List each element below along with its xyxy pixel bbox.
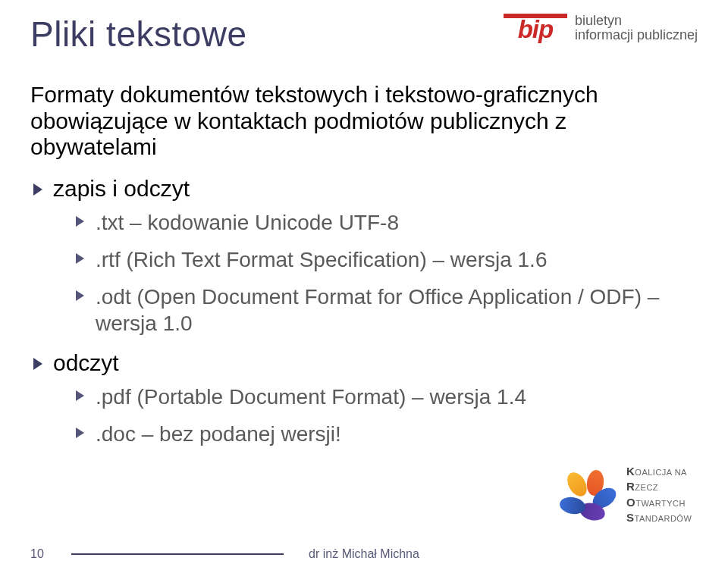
list-item-label: odczyt (53, 350, 119, 375)
dropcap: O (626, 496, 635, 509)
dropcap: S (626, 511, 635, 524)
list-item: zapis i odczyt .txt – kodowanie Unicode … (30, 176, 698, 337)
bullet-list: zapis i odczyt .txt – kodowanie Unicode … (30, 176, 698, 447)
list-item: .txt – kodowanie Unicode UTF-8 (53, 209, 698, 236)
sub-list: .pdf (Portable Document Format) – wersja… (53, 384, 698, 447)
slide: Pliki tekstowe bip biuletyn informacji p… (0, 0, 728, 567)
page-title: Pliki tekstowe (30, 14, 247, 55)
dropcap: K (626, 465, 635, 478)
koalicja-logo: KOALICJA NA RZECZ OTWARTYCH STANDARDÓW (561, 459, 705, 531)
list-item-label: zapis i odczyt (53, 176, 190, 201)
koalicja-graphic (561, 468, 622, 522)
slide-footer: 10 dr inż Michał Michna (0, 547, 728, 561)
lead-text: Formaty dokumentów tekstowych i tekstowo… (30, 82, 698, 161)
slide-body: Formaty dokumentów tekstowych i tekstowo… (30, 82, 698, 447)
bip-subtitle: biuletyn informacji publicznej (575, 14, 698, 42)
bip-mark: bip (504, 14, 567, 42)
list-item: .odt (Open Document Format for Office Ap… (53, 284, 698, 337)
dropcap: R (626, 480, 635, 493)
footer-author: dr inż Michał Michna (0, 547, 728, 561)
koalicja-text: KOALICJA NA RZECZ OTWARTYCH STANDARDÓW (622, 464, 705, 525)
list-item: odczyt .pdf (Portable Document Format) –… (30, 350, 698, 447)
koalicja-word: ZECZ (635, 483, 658, 492)
bip-sub-line2: informacji publicznej (575, 27, 698, 42)
list-item: .pdf (Portable Document Format) – wersja… (53, 384, 698, 410)
koalicja-word: TWARTYCH (635, 499, 686, 508)
sub-list: .txt – kodowanie Unicode UTF-8 .rtf (Ric… (53, 209, 698, 337)
bip-sub-line1: biuletyn (575, 13, 622, 28)
bip-logo: bip biuletyn informacji publicznej (504, 14, 698, 42)
list-item: .doc – bez podanej wersji! (53, 421, 698, 447)
koalicja-word: OALICJA NA (635, 468, 687, 477)
header-row: Pliki tekstowe bip biuletyn informacji p… (30, 14, 698, 55)
bip-text: bip (518, 17, 553, 42)
list-item: .rtf (Rich Text Format Specification) – … (53, 246, 698, 273)
koalicja-word: TANDARDÓW (635, 514, 692, 523)
